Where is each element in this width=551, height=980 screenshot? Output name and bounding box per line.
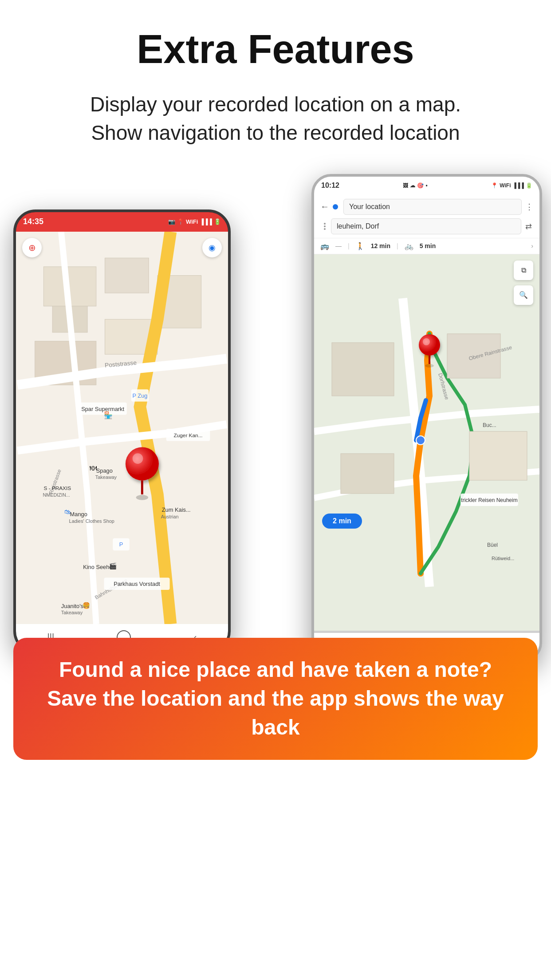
svg-rect-55 [469,431,527,480]
svg-text:Takeaway: Takeaway [95,474,117,480]
svg-text:Rütiweid...: Rütiweid... [492,556,514,561]
destination-text: leuheim, Dorf [337,222,379,230]
bike-icon[interactable]: 🚲 [405,242,413,250]
svg-point-46 [126,447,159,480]
layers-btn[interactable]: ⧉ [514,261,533,280]
svg-text:Mango: Mango [70,511,87,518]
phone-right-frame: 10:12 🖼 ☁ 🎯 • 📍 WiFi ▐▐▐ 🔋 [311,174,542,662]
svg-text:Buc...: Buc... [483,422,496,428]
svg-text:🛍: 🛍 [64,508,71,515]
svg-text:2 min: 2 min [333,517,351,525]
walk-icon[interactable]: 🚶 [356,242,365,250]
destination-row: leuheim, Dorf ⇅ [320,218,533,234]
sep1: | [348,242,350,249]
compass-btn[interactable]: ⊕ [22,238,42,257]
svg-point-64 [423,338,430,345]
svg-text:Austrian: Austrian [161,514,179,519]
svg-text:trickler Reisen Neuheim: trickler Reisen Neuheim [461,497,517,503]
svg-text:Spar Supermarkt: Spar Supermarkt [81,405,124,412]
right-time: 10:12 [321,182,339,190]
svg-point-47 [133,453,143,464]
svg-text:🍽: 🍽 [90,464,97,471]
compass-icon: ⊕ [28,242,36,253]
svg-point-66 [425,364,434,368]
svg-text:🎬: 🎬 [109,562,117,569]
more-options-btn[interactable]: ⋮ [525,202,533,212]
map-search-btn[interactable]: 🔍 [514,285,533,305]
svg-text:P Zug: P Zug [132,392,147,399]
transit-dash: — [335,242,342,249]
route-dots [322,223,327,230]
phone-left-frame: 14:35 📷 📍 WiFi ▐▐▐ 🔋 [13,209,231,653]
svg-text:P: P [119,541,123,548]
svg-text:S - PRAXIS: S - PRAXIS [43,485,71,491]
svg-text:Ladies' Clothes Shop: Ladies' Clothes Shop [69,518,114,524]
right-map-content: Dorfstrasse Obere Rainstrasse trickler R… [314,254,539,631]
left-icons: 📷 📍 WiFi ▐▐▐ 🔋 [168,218,221,225]
left-time: 14:35 [23,217,43,226]
svg-text:NMEDIZIN...: NMEDIZIN... [43,492,70,498]
origin-dot [333,204,338,209]
phones-container: 14:35 📷 📍 WiFi ▐▐▐ 🔋 [0,174,551,795]
back-button[interactable]: ← [320,202,329,212]
subtitle: Display your recorded location on a map.… [90,90,461,147]
nav-header: ← Your location ⋮ [314,194,539,238]
destination-box[interactable]: leuheim, Dorf [331,218,521,234]
svg-text:Parkhaus Vorstadt: Parkhaus Vorstadt [114,581,160,587]
svg-text:🏪: 🏪 [104,411,113,419]
search-row: ← Your location ⋮ [320,199,533,215]
location-icon: ◉ [209,243,216,253]
right-icons: 🖼 ☁ 🎯 • [403,182,427,189]
origin-text: Your location [349,203,390,210]
svg-text:Juanito's: Juanito's [61,603,83,609]
right-status-icons: 📍 WiFi ▐▐▐ 🔋 [491,182,532,189]
svg-rect-54 [341,454,394,494]
swap-btn[interactable]: ⇅ [523,223,533,229]
callout-box: Found a nice place and have taken a note… [13,638,538,759]
svg-text:Büel: Büel [487,542,498,548]
svg-text:Takeaway: Takeaway [61,610,83,615]
walk-time: 12 min [371,242,390,249]
svg-text:Zuger Kan...: Zuger Kan... [173,432,202,439]
transport-row: 🚌 — | 🚶 12 min | 🚲 5 min › [314,238,539,254]
transit-icon[interactable]: 🚌 [320,242,329,250]
callout-text: Found a nice place and have taken a note… [35,656,516,742]
phone-right: 10:12 🖼 ☁ 🎯 • 📍 WiFi ▐▐▐ 🔋 [311,174,542,662]
location-btn[interactable]: ◉ [202,238,222,257]
svg-text:🍔: 🍔 [83,601,91,609]
right-status-bar: 10:12 🖼 ☁ 🎯 • 📍 WiFi ▐▐▐ 🔋 [314,177,539,194]
svg-point-49 [136,495,149,500]
svg-point-69 [416,436,425,445]
search-icon: 🔍 [519,291,528,299]
svg-text:Spago: Spago [96,467,113,474]
svg-rect-52 [332,343,394,396]
origin-search-box[interactable]: Your location [343,199,522,215]
page-wrapper: Extra Features Display your recorded loc… [0,0,551,980]
bike-time: 5 min [420,242,436,249]
left-status-bar: 14:35 📷 📍 WiFi ▐▐▐ 🔋 [16,212,228,232]
sep2: | [397,242,398,249]
layers-icon: ⧉ [521,266,526,274]
left-map-svg: Poststrasse Bahnhofstrasse Reiffergässli… [16,232,228,624]
right-map-svg: Dorfstrasse Obere Rainstrasse trickler R… [314,254,539,631]
chevron-right-icon: › [531,242,533,249]
main-title: Extra Features [137,27,414,72]
left-map-content: Poststrasse Bahnhofstrasse Reiffergässli… [16,232,228,624]
svg-point-63 [419,334,440,356]
phone-left: 14:35 📷 📍 WiFi ▐▐▐ 🔋 [13,209,231,653]
svg-rect-3 [105,258,149,293]
svg-text:Zum Kais...: Zum Kais... [162,506,191,513]
